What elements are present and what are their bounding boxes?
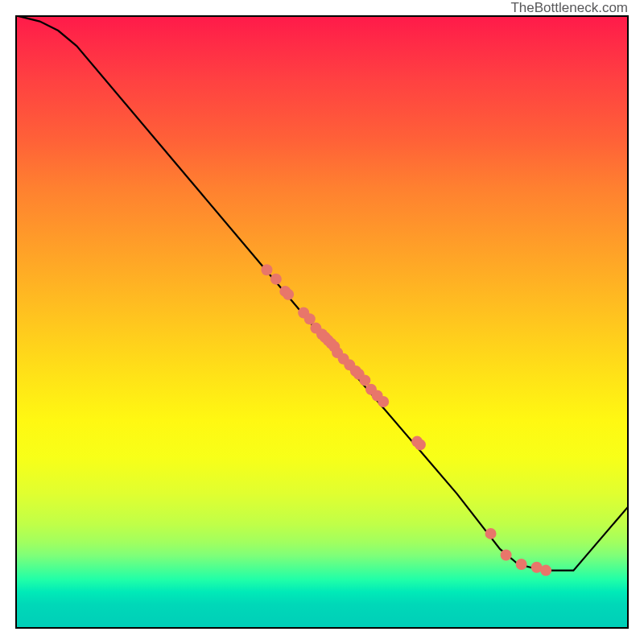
chart-overlay	[15, 15, 629, 629]
scatter-dot	[485, 528, 497, 539]
scatter-dot	[415, 439, 426, 450]
scatter-dot	[261, 264, 272, 275]
curve-line	[15, 15, 629, 571]
scatter-dot	[540, 565, 551, 576]
scatter-dot	[378, 396, 389, 407]
scatter-dot	[359, 374, 370, 386]
watermark-text: TheBottleneck.com	[510, 0, 628, 16]
scatter-dot	[270, 274, 282, 285]
scatter-dot	[283, 289, 294, 300]
scatter-dot	[516, 559, 527, 570]
scatter-markers	[261, 264, 551, 576]
curve-path	[15, 15, 629, 571]
scatter-dot	[304, 313, 316, 324]
chart-container: TheBottleneck.com	[0, 0, 644, 644]
scatter-dot	[501, 550, 512, 561]
